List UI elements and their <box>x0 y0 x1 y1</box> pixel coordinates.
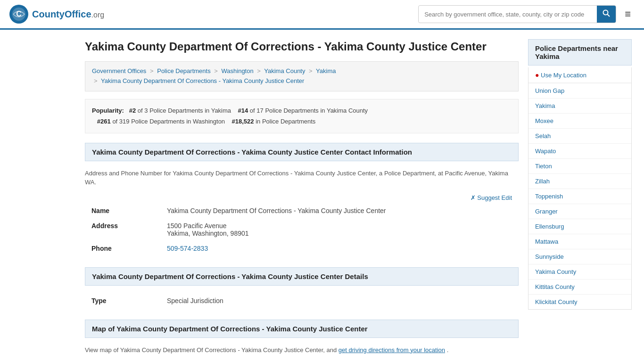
sidebar-link-selah[interactable]: Selah <box>528 129 631 143</box>
rank2-num: #14 <box>238 107 248 114</box>
main-container: Yakima County Department Of Corrections … <box>0 30 644 362</box>
popularity-label: Popularity: <box>92 107 124 114</box>
menu-button[interactable]: ≡ <box>621 6 635 22</box>
contact-description: Address and Phone Number for Yakima Coun… <box>85 169 519 187</box>
list-item[interactable]: Tieton <box>528 159 631 174</box>
details-table: Type Special Jurisdiction <box>85 293 519 308</box>
phone-value: 509-574-2833 <box>160 241 519 256</box>
list-item[interactable]: Yakima <box>528 99 631 114</box>
rank2-text: of 17 Police Departments in Yakima Count… <box>250 107 368 114</box>
table-row-phone: Phone 509-574-2833 <box>85 241 519 256</box>
suggest-edit-area: ✗ Suggest Edit <box>85 194 519 201</box>
sidebar-link-yakima-county[interactable]: Yakima County <box>528 264 631 279</box>
sidebar-link-granger[interactable]: Granger <box>528 204 631 219</box>
breadcrumb-police-depts[interactable]: Police Departments <box>157 67 210 74</box>
sidebar-link-tieton[interactable]: Tieton <box>528 159 631 173</box>
breadcrumb-sep-4: > <box>309 67 313 74</box>
list-item[interactable]: Selah <box>528 129 631 144</box>
name-label: Name <box>85 203 160 218</box>
search-input[interactable] <box>419 7 597 22</box>
main-content: Yakima County Department Of Corrections … <box>85 39 519 362</box>
table-row-type: Type Special Jurisdiction <box>85 293 519 308</box>
breadcrumb-yakima-county[interactable]: Yakima County <box>264 67 305 74</box>
breadcrumb-sep-3: > <box>257 67 261 74</box>
search-button[interactable] <box>597 6 616 23</box>
sidebar-link-kittitas-county[interactable]: Kittitas County <box>528 280 631 294</box>
header-right: ≡ <box>418 5 635 23</box>
breadcrumb-yakima[interactable]: Yakima <box>316 67 336 74</box>
sidebar-link-wapato[interactable]: Wapato <box>528 144 631 158</box>
list-item[interactable]: Union Gap <box>528 83 631 99</box>
table-row-name: Name Yakima County Department Of Correct… <box>85 203 519 218</box>
site-header: C CountyOffice.org ≡ <box>0 0 644 30</box>
list-item[interactable]: Klickitat County <box>528 295 631 309</box>
list-item[interactable]: Yakima County <box>528 264 631 280</box>
map-desc-start: View map of Yakima County Department Of … <box>85 346 339 354</box>
list-item[interactable]: Moxee <box>528 114 631 129</box>
sidebar-header: Police Departments near Yakima <box>528 39 632 66</box>
list-item[interactable]: Sunnyside <box>528 249 631 264</box>
location-icon: ● <box>535 71 539 79</box>
breadcrumb-sep-1: > <box>150 67 154 74</box>
search-icon <box>603 9 610 17</box>
sidebar-link-toppenish[interactable]: Toppenish <box>528 189 631 204</box>
logo-icon: C <box>9 5 28 24</box>
sidebar-link-union-gap[interactable]: Union Gap <box>528 83 631 98</box>
list-item[interactable]: Kittitas County <box>528 280 631 295</box>
map-header: Map of Yakima County Department Of Corre… <box>85 320 519 338</box>
address-line1: 1500 Pacific Avenue <box>167 222 227 230</box>
phone-label: Phone <box>85 241 160 256</box>
rank3-text: of 319 Police Departments in Washington <box>112 118 225 125</box>
phone-link[interactable]: 509-574-2833 <box>167 245 208 252</box>
address-value: 1500 Pacific Avenue Yakima, Washington, … <box>160 218 519 241</box>
map-description: View map of Yakima County Department Of … <box>85 346 519 355</box>
popularity-section: Popularity: #2 of 3 Police Departments i… <box>85 99 519 133</box>
use-location-link[interactable]: ● Use My Location <box>528 67 631 83</box>
type-label: Type <box>85 293 160 308</box>
map-desc-end: . <box>447 346 449 354</box>
details-header: Yakima County Department Of Corrections … <box>85 267 519 286</box>
rank4-text: in Police Departments <box>256 118 315 125</box>
contact-table: Name Yakima County Department Of Correct… <box>85 203 519 256</box>
page-title: Yakima County Department Of Corrections … <box>85 39 519 54</box>
rank3-num: #261 <box>97 118 111 125</box>
details-section: Yakima County Department Of Corrections … <box>85 267 519 308</box>
directions-link[interactable]: get driving directions from your locatio… <box>339 346 445 354</box>
list-item[interactable]: Toppenish <box>528 189 631 204</box>
sidebar-link-yakima[interactable]: Yakima <box>528 99 631 113</box>
name-value: Yakima County Department Of Corrections … <box>160 203 519 218</box>
use-location-label: Use My Location <box>541 72 586 79</box>
address-label: Address <box>85 218 160 241</box>
breadcrumb-gov-offices[interactable]: Government Offices <box>92 67 146 74</box>
address-line2: Yakima, Washington, 98901 <box>167 230 249 237</box>
suggest-edit-link[interactable]: ✗ Suggest Edit <box>471 194 512 201</box>
search-bar <box>418 5 616 23</box>
sidebar-use-location[interactable]: ● Use My Location <box>528 67 631 83</box>
rank1-num: #2 <box>129 107 136 114</box>
breadcrumb-washington[interactable]: Washington <box>222 67 254 74</box>
contact-header: Yakima County Department Of Corrections … <box>85 143 519 161</box>
map-section: Map of Yakima County Department Of Corre… <box>85 320 519 355</box>
breadcrumb-current[interactable]: Yakima County Department Of Corrections … <box>101 77 304 84</box>
list-item[interactable]: Mattawa <box>528 234 631 249</box>
logo-text: CountyOffice.org <box>32 9 104 20</box>
list-item[interactable]: Zillah <box>528 174 631 189</box>
rank1-text: of 3 Police Departments in Yakima <box>138 107 231 114</box>
list-item[interactable]: Wapato <box>528 144 631 159</box>
sidebar-link-ellensburg[interactable]: Ellensburg <box>528 219 631 234</box>
sidebar-link-sunnyside[interactable]: Sunnyside <box>528 249 631 264</box>
breadcrumb-sep-2: > <box>214 67 218 74</box>
sidebar-link-moxee[interactable]: Moxee <box>528 114 631 128</box>
breadcrumb-arrow: > <box>94 77 98 84</box>
rank4-num: #18,522 <box>232 118 254 125</box>
list-item[interactable]: Ellensburg <box>528 219 631 234</box>
svg-line-4 <box>608 15 610 17</box>
svg-point-3 <box>603 10 608 15</box>
breadcrumb: Government Offices > Police Departments … <box>85 61 519 91</box>
sidebar-link-zillah[interactable]: Zillah <box>528 174 631 189</box>
list-item[interactable]: Granger <box>528 204 631 219</box>
sidebar-link-mattawa[interactable]: Mattawa <box>528 234 631 249</box>
type-value: Special Jurisdiction <box>160 293 519 308</box>
sidebar-list: ● Use My Location Union Gap Yakima Moxee… <box>528 67 632 310</box>
sidebar-link-klickitat-county[interactable]: Klickitat County <box>528 295 631 309</box>
